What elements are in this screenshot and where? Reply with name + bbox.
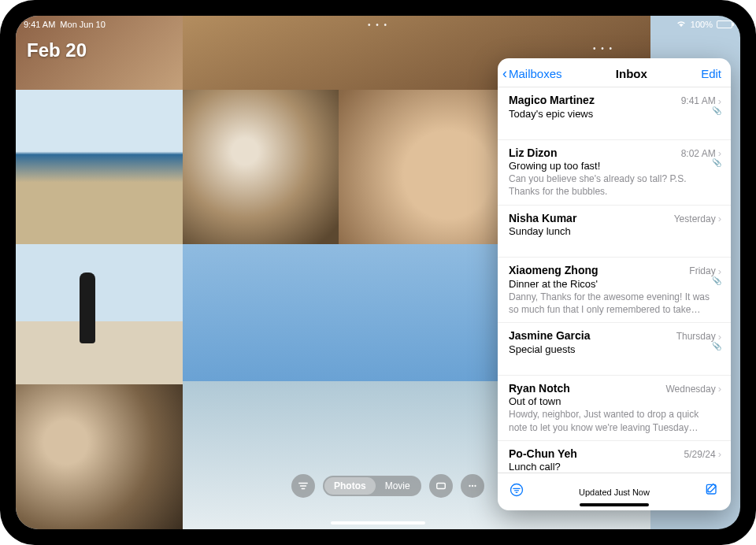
attachment-icon: 📎 bbox=[710, 343, 721, 350]
slideover-home-indicator[interactable] bbox=[580, 503, 649, 506]
wifi-icon bbox=[676, 20, 687, 29]
mail-subject: Today's epic views bbox=[509, 108, 710, 120]
mail-time: 9:41 AM › bbox=[681, 95, 721, 107]
photos-date-header: Feb 20 bbox=[27, 39, 87, 61]
attachment-icon: 📎 bbox=[710, 159, 721, 167]
chevron-right-icon: › bbox=[718, 147, 721, 159]
mail-item[interactable]: Magico Martinez 9:41 AM › Today's epic v… bbox=[498, 87, 731, 140]
mail-list[interactable]: Magico Martinez 9:41 AM › Today's epic v… bbox=[498, 87, 731, 473]
mail-time: Friday › bbox=[689, 265, 721, 277]
chevron-right-icon: › bbox=[718, 448, 721, 460]
mail-item[interactable]: Nisha Kumar Yesterday › Sunday lunch bbox=[498, 206, 731, 258]
mail-item[interactable]: Po-Chun Yeh 5/29/24 › Lunch call? bbox=[498, 441, 731, 473]
mail-status-text: Updated Just Now bbox=[579, 488, 650, 497]
mail-preview: Can you believe she's already so tall? P… bbox=[509, 172, 710, 198]
mail-sender: Jasmine Garcia bbox=[509, 329, 591, 342]
mail-subject: Sunday lunch bbox=[509, 225, 710, 237]
mail-sender: Ryan Notch bbox=[509, 382, 570, 395]
mail-sender: Magico Martinez bbox=[509, 94, 595, 106]
photo-thumbnail[interactable] bbox=[16, 384, 183, 529]
seg-photos[interactable]: Photos bbox=[324, 477, 376, 495]
mail-subject: Out of town bbox=[509, 395, 710, 407]
mail-preview: Howdy, neighbor, Just wanted to drop a q… bbox=[509, 408, 710, 433]
mail-subject: Growing up too fast! bbox=[509, 160, 710, 172]
status-time: 9:41 AM bbox=[24, 20, 55, 29]
back-label: Mailboxes bbox=[509, 67, 562, 80]
svg-point-3 bbox=[474, 485, 476, 487]
status-date: Mon Jun 10 bbox=[60, 20, 105, 29]
filter-button[interactable] bbox=[291, 474, 315, 498]
mail-sender: Po-Chun Yeh bbox=[509, 447, 577, 460]
mailboxes-back-button[interactable]: ‹ Mailboxes bbox=[502, 66, 562, 80]
compose-button[interactable] bbox=[704, 482, 720, 502]
svg-point-2 bbox=[472, 485, 473, 487]
mail-item[interactable]: Jasmine Garcia Thursday › Special guests… bbox=[498, 323, 731, 376]
chevron-right-icon: › bbox=[718, 331, 721, 343]
filter-mail-button[interactable] bbox=[509, 482, 524, 502]
mail-header: ‹ Mailboxes Inbox Edit bbox=[498, 58, 731, 87]
screen: 9:41 AM Mon Jun 10 100% • • • Feb 20 bbox=[16, 16, 740, 529]
attachment-icon: 📎 bbox=[710, 277, 721, 285]
mail-time: Thursday › bbox=[676, 331, 721, 343]
home-indicator[interactable] bbox=[331, 521, 425, 525]
chevron-right-icon: › bbox=[718, 95, 721, 107]
aspect-button[interactable] bbox=[429, 474, 453, 498]
mail-toolbar: Updated Just Now bbox=[498, 473, 731, 510]
mail-preview bbox=[509, 238, 710, 250]
mail-item[interactable]: Ryan Notch Wednesday › Out of town Howdy… bbox=[498, 376, 731, 441]
mail-time: Wednesday › bbox=[666, 383, 722, 395]
attachment-icon: 📎 bbox=[710, 107, 721, 115]
svg-point-4 bbox=[511, 484, 523, 496]
mail-time: 5/29/24 › bbox=[684, 448, 721, 460]
chevron-right-icon: › bbox=[718, 213, 721, 224]
mail-item[interactable]: Liz Dizon 8:02 AM › Growing up too fast!… bbox=[498, 140, 731, 206]
slideover-grab-icon[interactable]: • • • bbox=[593, 44, 613, 53]
mail-item[interactable]: Xiaomeng Zhong Friday › Dinner at the Ri… bbox=[498, 258, 731, 323]
chevron-left-icon: ‹ bbox=[502, 66, 507, 80]
mail-time: 8:02 AM › bbox=[681, 147, 721, 159]
mail-sender: Liz Dizon bbox=[509, 146, 557, 159]
svg-point-1 bbox=[469, 485, 470, 487]
battery-percent: 100% bbox=[691, 20, 713, 29]
edit-button[interactable]: Edit bbox=[701, 67, 721, 80]
mail-sender: Nisha Kumar bbox=[509, 212, 576, 224]
photos-bottom-toolbar: Photos Movie bbox=[291, 474, 484, 498]
mail-subject: Dinner at the Ricos' bbox=[509, 278, 710, 290]
mail-preview: Danny, Thanks for the awesome evening! I… bbox=[509, 291, 710, 316]
more-button[interactable] bbox=[461, 474, 484, 498]
mail-slideover-panel: ‹ Mailboxes Inbox Edit Magico Martinez 9… bbox=[498, 58, 731, 510]
battery-icon bbox=[717, 20, 732, 28]
svg-rect-0 bbox=[436, 484, 445, 489]
view-segmented-control: Photos Movie bbox=[323, 476, 421, 496]
mail-title: Inbox bbox=[616, 67, 647, 80]
chevron-right-icon: › bbox=[718, 383, 721, 395]
chevron-right-icon: › bbox=[718, 265, 721, 277]
mail-time: Yesterday › bbox=[674, 213, 721, 224]
mail-subject: Special guests bbox=[509, 343, 710, 355]
photo-thumbnail[interactable] bbox=[16, 90, 183, 244]
photo-thumbnail[interactable] bbox=[183, 90, 339, 244]
seg-movie[interactable]: Movie bbox=[376, 477, 420, 495]
mail-preview bbox=[509, 120, 710, 133]
ipad-frame: 9:41 AM Mon Jun 10 100% • • • Feb 20 bbox=[0, 0, 756, 545]
mail-subject: Lunch call? bbox=[509, 461, 710, 473]
mail-preview bbox=[509, 356, 710, 369]
status-bar: 9:41 AM Mon Jun 10 100% bbox=[16, 16, 740, 32]
mail-sender: Xiaomeng Zhong bbox=[509, 264, 598, 276]
photo-thumbnail[interactable] bbox=[16, 244, 183, 384]
